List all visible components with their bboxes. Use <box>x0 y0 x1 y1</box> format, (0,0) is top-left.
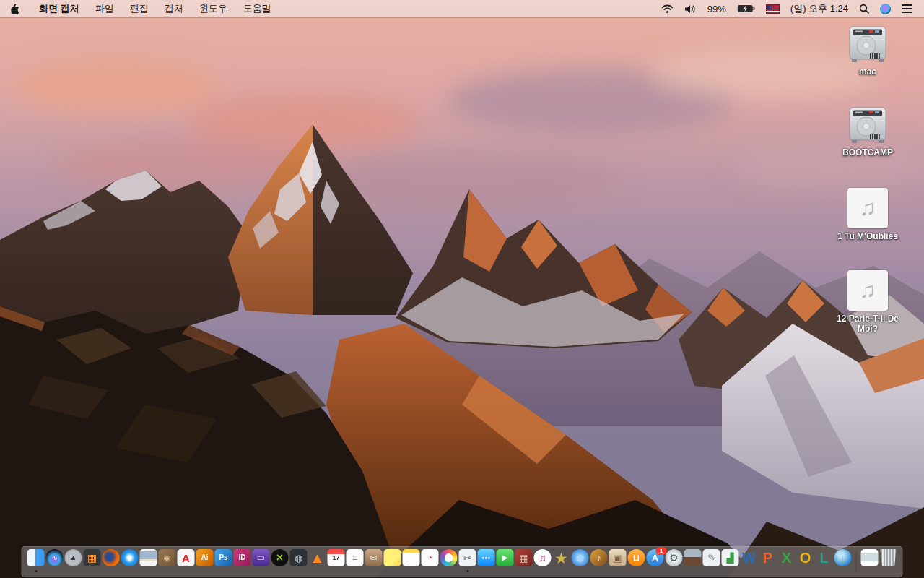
running-indicator-dot <box>35 570 37 572</box>
dock-item-vlc[interactable]: ▲ <box>309 549 326 571</box>
dock-item-keynote-09[interactable] <box>684 549 702 571</box>
menu-item-edit[interactable]: 편집 <box>122 0 157 17</box>
dock-item-media-disc-app[interactable]: ◍ <box>290 549 308 571</box>
stickies-icon <box>384 549 401 566</box>
dock-item-ibooks[interactable]: ⊔ <box>628 549 645 571</box>
toast-titanium-icon: ▭ <box>253 549 270 566</box>
dock-item-microsoft-excel[interactable]: X <box>778 549 796 571</box>
hard-drive-icon <box>847 107 888 144</box>
dock-item-imovie[interactable]: ★ <box>553 549 570 571</box>
wifi-icon[interactable] <box>658 0 676 17</box>
menu-item-capture[interactable]: 캡처 <box>157 0 191 17</box>
dock-item-reminders[interactable]: ≡ <box>346 549 364 571</box>
input-source-us-flag[interactable] <box>763 0 783 17</box>
dock-item-mission-control[interactable]: ▦ <box>84 549 101 571</box>
address-book-organizer-icon: ◉ <box>159 549 176 566</box>
menu-item-file[interactable]: 파일 <box>87 0 122 17</box>
running-indicator-dot <box>466 570 468 572</box>
dock-item-siri[interactable]: ∿ <box>46 549 64 571</box>
imovie-icon: ★ <box>553 549 570 566</box>
dock-item-colorsync-document[interactable]: ◔ <box>422 549 439 571</box>
audio-file-2[interactable]: ♫12 Parle-T-Il De Moi? <box>823 270 912 353</box>
menu-bar-clock[interactable]: (일) 오후 1:24 <box>788 0 851 17</box>
dock-item-garageband[interactable]: ♪ <box>590 549 608 571</box>
dock-item-safari[interactable]: ◈ <box>121 549 139 571</box>
preview-icon <box>140 549 157 566</box>
dock-item-web-downloader[interactable]: ↓ <box>834 549 852 571</box>
dock-item-microsoft-word[interactable]: W <box>741 549 758 571</box>
dock-item-stickies[interactable] <box>384 549 401 571</box>
dock-item-adobe-indesign[interactable]: ID <box>234 549 251 571</box>
volume-icon[interactable] <box>681 0 699 17</box>
colorsync-document-icon: ◔ <box>422 549 439 566</box>
dock-item-notes[interactable] <box>403 549 420 571</box>
dock-item-dvd-ripper-x[interactable]: × <box>271 549 289 571</box>
siri-icon[interactable] <box>877 0 894 17</box>
web-downloader-icon: ↓ <box>834 549 852 566</box>
dock-item-adobe-illustrator[interactable]: Ai <box>196 549 214 571</box>
reminders-icon: ≡ <box>346 549 364 566</box>
dock-item-microsoft-outlook[interactable]: O <box>797 549 814 571</box>
dock-item-facetime[interactable]: ▶ <box>497 549 514 571</box>
battery-charging-icon[interactable] <box>734 0 758 17</box>
app-menu-name[interactable]: 화면 캡처 <box>31 0 87 17</box>
dock-item-microsoft-lync[interactable]: L <box>816 549 833 571</box>
desktop-icon-label: mac <box>859 66 876 77</box>
wallpaper-sierra-mountains <box>0 0 924 578</box>
messages-icon: ⋯ <box>478 549 495 566</box>
audio-file-1[interactable]: ♫1 Tu M'Oublies <box>823 188 912 270</box>
bootcamp-drive[interactable]: BOOTCAMP <box>823 107 912 188</box>
microsoft-powerpoint-icon: P <box>759 549 777 566</box>
dock-item-adobe-acrobat-reader[interactable]: A <box>178 549 195 571</box>
safari-icon: ◈ <box>121 549 139 566</box>
spotlight-search-icon[interactable] <box>856 0 872 17</box>
photo-booth-icon: ▦ <box>515 549 533 566</box>
unarchiver-icon: ✉ <box>365 549 383 566</box>
itunes-icon: ♫ <box>534 549 552 566</box>
dock-item-system-preferences[interactable]: ⚙ <box>666 549 683 571</box>
dock-item-trash-full[interactable] <box>880 549 897 571</box>
dock-item-app-store[interactable]: A1 <box>647 549 664 571</box>
menu-item-window[interactable]: 윈도우 <box>191 0 235 17</box>
dock-item-adobe-photoshop[interactable]: Ps <box>215 549 232 571</box>
dock-item-scrapbook-collage-app[interactable]: ▣ <box>609 549 627 571</box>
dvd-player-disc-icon: ◍ <box>572 549 589 566</box>
scrapbook-collage-app-icon: ▣ <box>609 549 627 566</box>
desktop-icon-label: BOOTCAMP <box>842 147 893 158</box>
dock-item-photos[interactable] <box>440 549 458 571</box>
mac-drive[interactable]: mac <box>823 26 912 107</box>
firefox-icon <box>103 549 120 566</box>
finder-icon <box>27 549 45 566</box>
dock-item-numbers-09[interactable]: ▟ <box>722 549 739 571</box>
desktop-icon-label: 1 Tu M'Oublies <box>837 231 898 241</box>
keynote-09-icon <box>684 549 702 566</box>
photos-icon <box>440 549 458 566</box>
dock-item-photo-booth[interactable]: ▦ <box>515 549 533 571</box>
dock-item-finder[interactable] <box>27 549 45 571</box>
menu-item-help[interactable]: 도움말 <box>235 0 279 17</box>
dock-item-toast-titanium[interactable]: ▭ <box>253 549 270 571</box>
dock-item-pages-09[interactable]: ✎ <box>703 549 720 571</box>
menu-bar: 화면 캡처 파일편집캡처윈도우도움말 99% <box>0 0 924 17</box>
media-disc-app-icon: ◍ <box>290 549 308 566</box>
dock-item-dvd-player-disc[interactable]: ◍ <box>572 549 589 571</box>
dock-item-address-book-organizer[interactable]: ◉ <box>159 549 176 571</box>
apple-menu[interactable] <box>0 0 31 17</box>
dock-item-launchpad[interactable]: ▲ <box>65 549 82 571</box>
dock-item-itunes[interactable]: ♫ <box>534 549 552 571</box>
trash-full-icon <box>880 549 897 566</box>
dock-item-firefox[interactable] <box>103 549 120 571</box>
dock-item-unarchiver[interactable]: ✉ <box>365 549 383 571</box>
hard-drive-icon <box>847 26 888 64</box>
dock-item-document-file[interactable] <box>861 549 879 571</box>
siri-icon: ∿ <box>46 549 64 566</box>
dock-item-microsoft-powerpoint[interactable]: P <box>759 549 777 571</box>
dock-item-messages[interactable]: ⋯ <box>478 549 495 571</box>
dock-item-preview[interactable] <box>140 549 157 571</box>
dock-item-grab-screen-capture[interactable]: ✂ <box>459 549 476 571</box>
dock-item-calendar[interactable]: 17 <box>328 549 345 571</box>
adobe-acrobat-reader-icon: A <box>178 549 195 566</box>
notification-center-icon[interactable] <box>899 0 915 17</box>
numbers-09-icon: ▟ <box>722 549 739 566</box>
dock-divider <box>856 552 857 574</box>
